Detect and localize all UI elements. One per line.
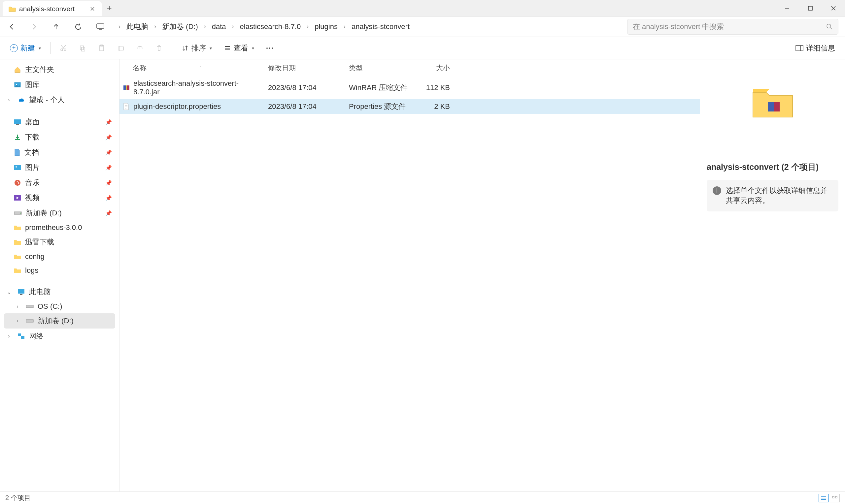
new-button[interactable]: + 新建 ▾ xyxy=(5,41,46,55)
file-row[interactable]: plugin-descriptor.properties 2023/6/8 17… xyxy=(120,99,700,114)
archive-icon xyxy=(123,84,130,91)
download-icon xyxy=(14,133,21,141)
svg-rect-32 xyxy=(768,102,774,111)
details-toggle-button[interactable]: 详细信息 xyxy=(791,41,840,55)
breadcrumb-item[interactable]: data xyxy=(207,21,231,32)
svg-rect-17 xyxy=(14,165,21,170)
sidebar-home[interactable]: 主文件夹 xyxy=(4,62,115,77)
expand-icon[interactable]: › xyxy=(15,318,20,324)
breadcrumb-item[interactable]: elasticsearch-8.7.0 xyxy=(235,21,306,32)
sidebar-this-pc[interactable]: ⌄此电脑 xyxy=(4,284,115,300)
folder-icon xyxy=(8,6,16,12)
cut-button[interactable] xyxy=(55,41,72,55)
chevron-right-icon: › xyxy=(305,23,310,30)
sidebar-music[interactable]: 音乐📌 xyxy=(4,175,115,190)
folder-icon xyxy=(14,224,21,231)
details-message: 选择单个文件以获取详细信息并共享云内容。 xyxy=(726,186,832,205)
search-placeholder: 在 analysis-stconvert 中搜索 xyxy=(633,22,724,32)
sidebar-drive-d-tree[interactable]: ›新加卷 (D:) xyxy=(4,313,115,328)
sidebar-folder[interactable]: logs xyxy=(4,264,115,277)
column-header-type[interactable]: 类型 xyxy=(346,62,411,74)
breadcrumb-item[interactable]: plugins xyxy=(310,21,342,32)
details-panel: analysis-stconvert (2 个项目) i 选择单个文件以获取详细… xyxy=(700,59,845,491)
pin-icon[interactable]: 📌 xyxy=(105,180,112,186)
sidebar-network[interactable]: ›网络 xyxy=(4,328,115,344)
sidebar-item-label: prometheus-3.0.0 xyxy=(25,223,82,232)
breadcrumb-item[interactable]: analysis-stconvert xyxy=(347,21,414,32)
expand-icon[interactable]: › xyxy=(6,97,12,103)
pc-icon[interactable] xyxy=(95,21,106,32)
sidebar-item-label: 桌面 xyxy=(25,117,40,127)
pin-icon[interactable]: 📌 xyxy=(105,210,112,216)
expand-icon[interactable]: › xyxy=(6,333,12,339)
delete-button[interactable] xyxy=(151,41,168,55)
sidebar-folder[interactable]: config xyxy=(4,250,115,264)
sidebar-documents[interactable]: 文档📌 xyxy=(4,145,115,160)
sidebar-item-label: 视频 xyxy=(25,193,40,203)
svg-point-22 xyxy=(20,213,21,214)
expand-icon[interactable]: › xyxy=(15,304,20,309)
more-button[interactable] xyxy=(261,41,278,55)
refresh-button[interactable] xyxy=(73,21,84,32)
breadcrumb-item[interactable]: 此电脑 xyxy=(122,20,153,33)
back-button[interactable] xyxy=(6,21,17,32)
drive-icon xyxy=(26,319,34,323)
view-button[interactable]: 查看 ▾ xyxy=(219,41,259,55)
folder-icon xyxy=(14,254,21,259)
paste-button[interactable] xyxy=(93,41,110,55)
sidebar-folder[interactable]: 迅雷下载 xyxy=(4,235,115,250)
icons-view-button[interactable] xyxy=(830,494,840,502)
video-icon xyxy=(14,195,21,201)
sort-button[interactable]: 排序 ▾ xyxy=(177,41,216,55)
sidebar-downloads[interactable]: 下载📌 xyxy=(4,130,115,145)
file-type: Properties 源文件 xyxy=(346,100,411,113)
file-date: 2023/6/8 17:04 xyxy=(265,82,346,93)
chevron-right-icon: › xyxy=(117,23,122,30)
sidebar-videos[interactable]: 视频📌 xyxy=(4,190,115,205)
window-tab[interactable]: analysis-stconvert xyxy=(3,1,102,16)
pin-icon[interactable]: 📌 xyxy=(105,195,112,201)
search-input[interactable]: 在 analysis-stconvert 中搜索 xyxy=(627,19,839,35)
pin-icon[interactable]: 📌 xyxy=(105,134,112,141)
new-tab-button[interactable]: + xyxy=(102,0,117,16)
copy-button[interactable] xyxy=(74,41,91,55)
svg-rect-13 xyxy=(796,46,803,51)
minimize-button[interactable] xyxy=(776,0,799,16)
share-button[interactable] xyxy=(132,41,148,55)
svg-point-10 xyxy=(266,48,268,49)
tab-close-button[interactable] xyxy=(89,6,96,12)
details-view-button[interactable] xyxy=(818,494,828,502)
sidebar-onedrive[interactable]: › 望成 - 个人 xyxy=(4,92,115,108)
file-name: elasticsearch-analysis-stconvert-8.7.0.j… xyxy=(133,79,261,96)
pin-icon[interactable]: 📌 xyxy=(105,165,112,171)
svg-rect-34 xyxy=(835,497,837,498)
pin-icon[interactable]: 📌 xyxy=(105,149,112,156)
svg-point-11 xyxy=(269,48,270,49)
close-window-button[interactable] xyxy=(822,0,845,16)
sidebar-drive-c[interactable]: ›OS (C:) xyxy=(4,300,115,313)
sidebar-folder[interactable]: prometheus-3.0.0 xyxy=(4,221,115,235)
sidebar-pictures[interactable]: 图片📌 xyxy=(4,160,115,175)
column-header-name[interactable]: 名称˄ xyxy=(120,62,265,74)
up-button[interactable] xyxy=(51,21,61,32)
sidebar-drive-d[interactable]: 新加卷 (D:)📌 xyxy=(4,205,115,221)
forward-button[interactable] xyxy=(29,21,39,32)
breadcrumb-item[interactable]: 新加卷 (D:) xyxy=(157,20,203,33)
column-header-date[interactable]: 修改日期 xyxy=(265,62,346,74)
svg-rect-25 xyxy=(26,320,33,322)
chevron-down-icon: ▾ xyxy=(39,46,41,51)
collapse-icon[interactable]: ⌄ xyxy=(6,289,12,295)
sidebar-gallery[interactable]: 图库 xyxy=(4,77,115,92)
sidebar-item-label: 图库 xyxy=(25,80,40,90)
folder-preview-icon xyxy=(751,86,794,119)
file-row[interactable]: elasticsearch-analysis-stconvert-8.7.0.j… xyxy=(120,76,700,99)
sidebar-desktop[interactable]: 桌面📌 xyxy=(4,114,115,130)
pin-icon[interactable]: 📌 xyxy=(105,119,112,125)
sidebar-item-label: 网络 xyxy=(29,331,43,341)
maximize-button[interactable] xyxy=(799,0,822,16)
file-date: 2023/6/8 17:04 xyxy=(265,101,346,112)
column-header-size[interactable]: 大小 xyxy=(411,62,453,74)
home-icon xyxy=(14,66,21,73)
sidebar-item-label: 音乐 xyxy=(25,178,40,188)
rename-button[interactable] xyxy=(112,41,129,55)
